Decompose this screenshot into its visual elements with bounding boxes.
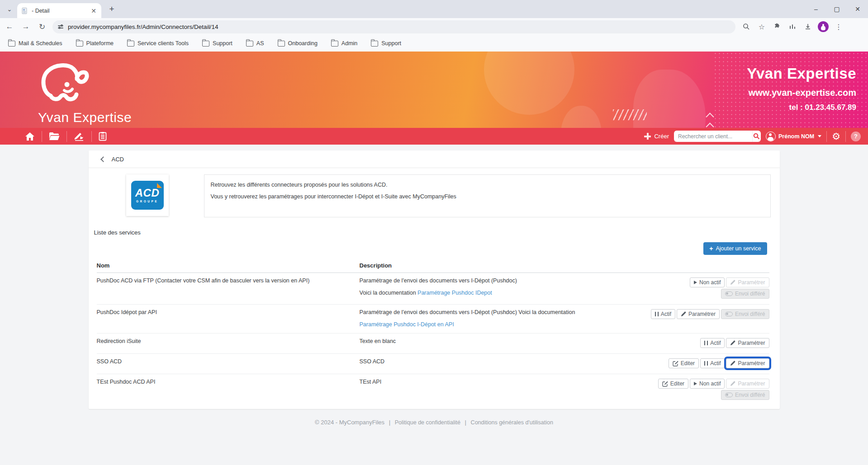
brand-wordmark: Yvan Expertise bbox=[38, 110, 132, 125]
help-button[interactable]: ? bbox=[851, 132, 861, 141]
bookmark-folder[interactable]: Plateforme bbox=[72, 38, 117, 48]
non-actif-button[interactable]: Non actif bbox=[690, 277, 725, 287]
chevron-down-icon bbox=[818, 135, 821, 137]
pause-icon bbox=[704, 341, 708, 345]
minimize-button[interactable]: – bbox=[806, 0, 826, 18]
bookmarks-bar: Mail & Schedules Plateforme Service clie… bbox=[0, 35, 868, 52]
chrome-menu-icon[interactable]: ⋮ bbox=[832, 20, 845, 33]
tab-favicon-icon bbox=[21, 7, 28, 14]
address-bar[interactable]: provider.mycompanyfiles.fr/Admin/Connect… bbox=[52, 20, 735, 33]
documentation-link[interactable]: Paramétrage Pushdoc IDepot bbox=[417, 290, 492, 296]
folder-icon bbox=[371, 41, 378, 47]
bookmark-folder[interactable]: Admin bbox=[327, 38, 361, 48]
bookmark-folder[interactable]: Mail & Schedules bbox=[5, 38, 66, 48]
actif-button[interactable]: Actif bbox=[651, 309, 675, 319]
folder-icon bbox=[202, 41, 209, 47]
table-row: TEst Pushdoc ACD API TEst API Editer Non… bbox=[97, 374, 769, 405]
intro-line-1: Retrouvez les différents connecteurs pro… bbox=[211, 182, 764, 188]
services-title: Liste des services bbox=[94, 229, 780, 236]
folder-icon bbox=[76, 41, 83, 47]
edit-square-icon bbox=[662, 381, 668, 387]
search-input[interactable] bbox=[674, 133, 752, 140]
breadcrumb[interactable]: ACD bbox=[89, 150, 780, 168]
envoi-differe-button[interactable]: Envoi différé bbox=[721, 309, 769, 319]
search-button[interactable] bbox=[752, 131, 761, 142]
create-button[interactable]: Créer bbox=[644, 133, 669, 140]
media-controls-icon[interactable] bbox=[786, 20, 799, 33]
browser-tab-strip: ⌄ - Detail ✕ + – ▢ ✕ bbox=[0, 0, 868, 18]
envoi-differe-button[interactable]: Envoi différé bbox=[721, 390, 769, 400]
tab-close-icon[interactable]: ✕ bbox=[90, 7, 98, 15]
clipboard-icon bbox=[99, 132, 107, 141]
folder-icon bbox=[246, 41, 253, 47]
tab-search-button[interactable]: ⌄ bbox=[4, 3, 15, 15]
actif-button[interactable]: Actif bbox=[700, 358, 725, 368]
forward-icon[interactable]: → bbox=[19, 20, 33, 33]
parametrer-button[interactable]: Paramétrer bbox=[726, 277, 769, 287]
back-chevron-icon[interactable] bbox=[100, 156, 106, 162]
actif-button[interactable]: Actif bbox=[700, 338, 725, 348]
settings-button[interactable]: ⚙ bbox=[832, 132, 840, 141]
folder-open-icon bbox=[49, 132, 60, 141]
parametrer-button[interactable]: Paramétrer bbox=[726, 379, 769, 389]
toggle-off-icon bbox=[725, 291, 733, 296]
user-menu[interactable]: Prénom NOM bbox=[766, 132, 821, 141]
tasks-button[interactable] bbox=[92, 132, 114, 141]
user-name: Prénom NOM bbox=[778, 133, 814, 140]
terms-link[interactable]: Conditions générales d'utilisation bbox=[471, 419, 553, 426]
plus-icon bbox=[644, 133, 651, 140]
privacy-link[interactable]: Politique de confidentialité bbox=[395, 419, 460, 426]
connector-logo: ACD GROUPE bbox=[126, 174, 169, 216]
acd-logo-subtext: GROUPE bbox=[136, 200, 158, 203]
url-text[interactable]: provider.mycompanyfiles.fr/Admin/Connect… bbox=[68, 23, 218, 30]
banner-chevrons-decoration bbox=[707, 114, 713, 128]
connector-intro: ACD GROUPE Retrouvez les différents conn… bbox=[89, 168, 780, 222]
bookmark-star-icon[interactable]: ☆ bbox=[755, 20, 768, 33]
zoom-icon[interactable] bbox=[740, 20, 753, 33]
back-icon[interactable]: ← bbox=[3, 20, 16, 33]
bookmark-folder[interactable]: Service clients Tools bbox=[123, 38, 192, 48]
profile-avatar[interactable] bbox=[817, 20, 830, 33]
signature-button[interactable] bbox=[67, 132, 91, 141]
documentation-link[interactable]: Paramétrage Pushdoc I-Dépot en API bbox=[360, 321, 454, 328]
new-tab-button[interactable]: + bbox=[106, 3, 118, 15]
parametrer-button[interactable]: Paramétrer bbox=[726, 338, 769, 348]
pencil-icon bbox=[730, 361, 735, 366]
folder-icon bbox=[278, 41, 285, 47]
brand-logo[interactable]: Yvan Expertise bbox=[37, 60, 132, 125]
pause-icon bbox=[704, 361, 708, 366]
site-banner: Yvan Expertise Yvan Expertise www.yvan-e… bbox=[0, 52, 868, 128]
extensions-icon[interactable] bbox=[771, 20, 783, 33]
parametrer-button[interactable]: Paramétrer bbox=[677, 309, 720, 319]
table-row: SSO ACD SSO ACD Editer Actif Paramétrer bbox=[97, 354, 769, 374]
help-icon: ? bbox=[854, 133, 858, 140]
folder-icon bbox=[331, 41, 338, 47]
bookmark-folder[interactable]: Support bbox=[367, 38, 405, 48]
browser-tab[interactable]: - Detail ✕ bbox=[17, 3, 101, 18]
plus-icon: + bbox=[709, 245, 713, 252]
bookmark-folder[interactable]: Onboarding bbox=[274, 38, 321, 48]
bookmark-folder[interactable]: Support bbox=[199, 38, 236, 48]
editer-button[interactable]: Editer bbox=[669, 358, 699, 368]
tab-title: - Detail bbox=[32, 8, 90, 14]
page-background: ACD ACD GROUPE Retrouvez les différents … bbox=[0, 145, 868, 465]
bookmark-folder[interactable]: AS bbox=[242, 38, 268, 48]
window-controls: – ▢ ✕ bbox=[806, 0, 868, 18]
elephant-logo-icon bbox=[37, 60, 96, 107]
close-button[interactable]: ✕ bbox=[847, 0, 868, 18]
non-actif-button[interactable]: Non actif bbox=[690, 379, 725, 389]
acd-logo-text: ACD bbox=[135, 188, 160, 198]
intro-line-2: Vous y retrouverez les paramétrages pour… bbox=[211, 193, 764, 200]
envoi-differe-button[interactable]: Envoi différé bbox=[721, 289, 769, 299]
acd-flag-decoration bbox=[157, 183, 162, 188]
parametrer-button-focused[interactable]: Paramétrer bbox=[726, 358, 769, 368]
add-service-button[interactable]: + Ajouter un service bbox=[703, 242, 767, 255]
toggle-off-icon bbox=[725, 312, 733, 316]
maximize-button[interactable]: ▢ bbox=[826, 0, 847, 18]
files-button[interactable] bbox=[42, 132, 66, 141]
site-settings-icon[interactable] bbox=[58, 25, 63, 28]
home-button[interactable] bbox=[18, 132, 42, 141]
editer-button[interactable]: Editer bbox=[658, 379, 688, 389]
reload-icon[interactable]: ↻ bbox=[35, 20, 49, 33]
download-icon[interactable] bbox=[802, 20, 814, 33]
